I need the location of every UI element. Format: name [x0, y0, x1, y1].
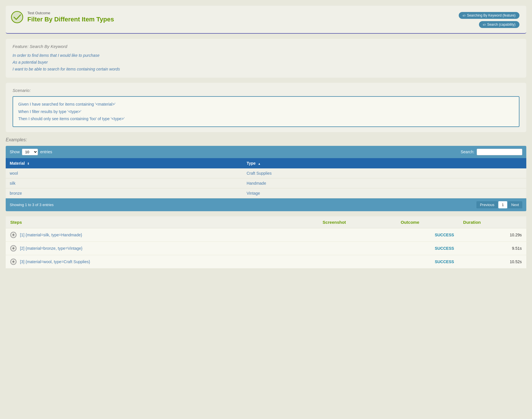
tag-icon-2: 🏷 [483, 23, 486, 26]
step-expand-btn-3[interactable]: + [10, 259, 17, 265]
table-row: bronze Vintage [6, 188, 526, 198]
step-screenshot-3 [318, 255, 396, 268]
capability-tag-button[interactable]: 🏷 Search (capability) [479, 21, 519, 28]
step-row-2: + [2] {material=bronze, type=Vintage} SU… [6, 241, 526, 255]
step-outcome-3: SUCCESS [396, 255, 459, 268]
entries-select[interactable]: 10 25 50 100 [22, 149, 38, 155]
steps-section: Steps Screenshot Outcome Duration + [1] … [6, 216, 526, 269]
step-outcome-2: SUCCESS [396, 241, 459, 255]
page-1-button[interactable]: 1 [498, 201, 507, 208]
cell-type: Handmade [243, 178, 526, 188]
examples-section: Examples: Show 10 25 50 100 entries Sear… [6, 137, 526, 211]
table-controls: Show 10 25 50 100 entries Search: [6, 146, 526, 158]
sort-icon-material: ⇕ [27, 162, 29, 165]
step-cell-3: + [3] {material=wool, type=Craft Supplie… [6, 255, 318, 268]
header-text: Test Outcome Filter By Different Item Ty… [27, 11, 114, 23]
feature-tag-button[interactable]: 🏷 Searching By Keyword (feature) [459, 12, 519, 19]
step-screenshot-2 [318, 241, 396, 255]
scenario-line-1: Given I have searched for items containi… [18, 101, 514, 108]
feature-story-line-2: As a potential buyer [13, 59, 519, 66]
step-expand-btn-1[interactable]: + [10, 232, 17, 238]
pass-icon [11, 11, 23, 23]
step-label-1: [1] {material=silk, type=Handmade} [20, 233, 82, 237]
scenario-card: Scenario: Given I have searched for item… [6, 83, 526, 132]
step-screenshot-1 [318, 228, 396, 241]
step-label-3: [3] {material=wool, type=Craft Supplies} [20, 259, 90, 264]
search-label: Search: [461, 150, 474, 154]
step-duration-1: 10.29s [459, 228, 526, 241]
feature-story-line-1: In order to find items that I would like… [13, 52, 519, 59]
scenario-line-2: When I filter results by type '<type>' [18, 108, 514, 115]
cell-material: bronze [6, 188, 243, 198]
previous-button[interactable]: Previous [476, 201, 498, 208]
scenario-line-3: Then I should only see items containing … [18, 115, 514, 122]
scenario-label: Scenario: [13, 88, 519, 93]
search-input[interactable] [477, 149, 522, 155]
test-outcome-label: Test Outcome [27, 11, 114, 15]
step-cell-2: + [2] {material=bronze, type=Vintage} [6, 241, 318, 255]
step-row-3: + [3] {material=wool, type=Craft Supplie… [6, 255, 526, 268]
steps-table: Steps Screenshot Outcome Duration + [1] … [6, 216, 526, 269]
entries-label: entries [40, 150, 52, 154]
sort-icon-type: ▲ [258, 162, 261, 165]
showing-label: Showing 1 to 3 of 3 entries [10, 203, 54, 207]
page-title: Filter By Different Item Types [27, 16, 114, 23]
examples-table: Material ⇕ Type ▲ wool Craft Supplies si… [6, 158, 526, 198]
col-type-header[interactable]: Type ▲ [243, 158, 526, 168]
col-outcome-header: Outcome [396, 216, 459, 228]
header-card: Test Outcome Filter By Different Item Ty… [6, 6, 526, 34]
header-tags: 🏷 Searching By Keyword (feature) 🏷 Searc… [459, 12, 519, 28]
cell-material: silk [6, 178, 243, 188]
examples-label: Examples: [6, 137, 526, 142]
col-steps-header: Steps [6, 216, 318, 228]
feature-story-line-3: I want to be able to search for items co… [13, 66, 519, 73]
capability-tag-label: Search (capability) [487, 23, 515, 27]
col-duration-header: Duration [459, 216, 526, 228]
next-button[interactable]: Next [508, 201, 522, 208]
scenario-box: Given I have searched for items containi… [13, 96, 519, 127]
cell-type: Craft Supplies [243, 168, 526, 178]
feature-card: Feature: Search By Keyword In order to f… [6, 39, 526, 78]
table-row: silk Handmade [6, 178, 526, 188]
feature-tag-label: Searching By Keyword (feature) [467, 13, 515, 17]
show-entries: Show 10 25 50 100 entries [10, 149, 52, 155]
step-cell-1: + [1] {material=silk, type=Handmade} [6, 228, 318, 241]
step-label-2: [2] {material=bronze, type=Vintage} [20, 246, 82, 251]
cell-type: Vintage [243, 188, 526, 198]
tag-icon-1: 🏷 [463, 14, 466, 17]
step-outcome-1: SUCCESS [396, 228, 459, 241]
feature-label: Feature: Search By Keyword [13, 44, 519, 49]
table-footer: Showing 1 to 3 of 3 entries Previous 1 N… [6, 198, 526, 211]
search-control: Search: [461, 149, 522, 155]
table-row: wool Craft Supplies [6, 168, 526, 178]
feature-story: In order to find items that I would like… [13, 52, 519, 72]
cell-material: wool [6, 168, 243, 178]
step-duration-3: 10.52s [459, 255, 526, 268]
col-screenshot-header: Screenshot [318, 216, 396, 228]
header-left: Test Outcome Filter By Different Item Ty… [11, 11, 114, 23]
step-duration-2: 9.51s [459, 241, 526, 255]
step-expand-btn-2[interactable]: + [10, 245, 17, 251]
pagination: Previous 1 Next [476, 201, 522, 208]
show-label: Show [10, 150, 20, 154]
col-material-header[interactable]: Material ⇕ [6, 158, 243, 168]
step-row-1: + [1] {material=silk, type=Handmade} SUC… [6, 228, 526, 241]
